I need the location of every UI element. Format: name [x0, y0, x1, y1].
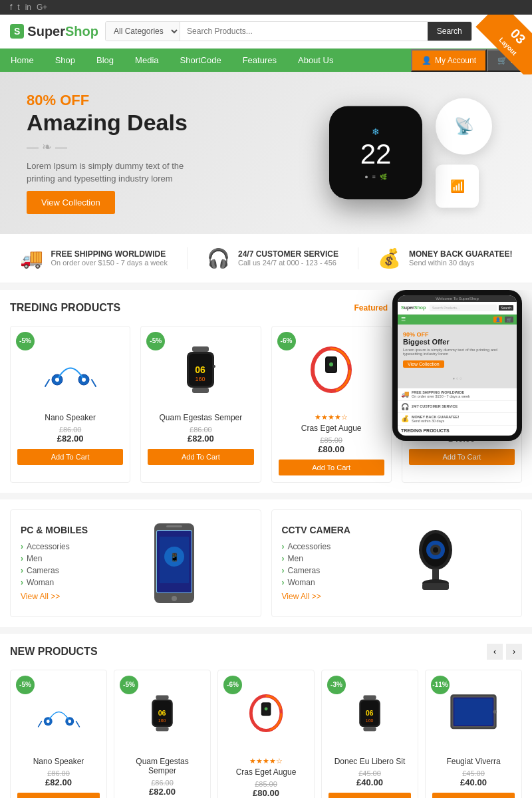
pc-item-3: Woman	[21, 577, 88, 589]
nav-home[interactable]: Home	[0, 49, 45, 72]
svg-text:06: 06	[158, 710, 166, 718]
hub-device: 📡	[436, 98, 492, 154]
pc-mobiles-info: PC & MOBILES Accessories Men Cameras Wom…	[21, 525, 88, 601]
nav-shop[interactable]: Shop	[45, 49, 86, 72]
facebook-icon[interactable]: f	[10, 3, 12, 12]
product-card-2: -6% ★★★★☆ Cras Eget Augue £85.00 £80.00 …	[271, 326, 392, 483]
pc-image: 📱	[98, 520, 250, 606]
logo: S SuperShop	[10, 24, 98, 39]
svg-rect-56	[363, 728, 376, 732]
svg-point-12	[213, 365, 215, 368]
svg-text:160: 160	[366, 718, 374, 723]
new-product-name-2: Cras Eget Augue	[225, 767, 307, 777]
new-add-to-cart-0[interactable]: Add To Cart	[17, 793, 100, 798]
svg-rect-44	[156, 696, 168, 700]
category-select[interactable]: All Categories	[106, 22, 180, 41]
service-title: 24/7 CUSTOMER SERVICE	[238, 249, 338, 259]
new-products-header: NEW PRODUCTS ‹ ›	[10, 644, 522, 660]
new-product-price-new-3: £40.00	[329, 777, 411, 787]
feature-divider-1	[187, 247, 188, 269]
account-icon: 👤	[422, 56, 432, 65]
product-badge-2: -6%	[277, 332, 296, 350]
category-pc-mobiles: PC & MOBILES Accessories Men Cameras Wom…	[10, 509, 261, 617]
add-to-cart-0[interactable]: Add To Cart	[17, 449, 123, 465]
guarantee-icon: 💰	[378, 247, 401, 269]
categories-grid: PC & MOBILES Accessories Men Cameras Wom…	[10, 509, 522, 617]
linkedin-icon[interactable]: in	[25, 3, 31, 12]
hero-section: 80% OFF Amazing Deals — ❧ — Lorem Ipsum …	[0, 72, 532, 234]
new-products-prev[interactable]: ‹	[487, 644, 503, 660]
cctv-item-1: Men	[282, 553, 350, 565]
pc-mobiles-list: Accessories Men Cameras Woman	[21, 541, 88, 589]
new-product-name-4: Feugiat Viverra	[432, 757, 515, 766]
phone-feature-money: 💰 MONEY BACK GUARATEE!Send within 30 day…	[398, 413, 517, 426]
category-cctv: CCTV CAMERA Accessories Men Cameras Woma…	[271, 509, 523, 617]
search-input[interactable]	[180, 22, 428, 41]
svg-point-3	[82, 378, 86, 382]
new-product-price-new-1: £82.00	[121, 787, 203, 797]
nav-features[interactable]: Features	[232, 49, 287, 72]
product-badge-1: -5%	[146, 332, 165, 350]
thermostat-device: ❄ 22 ●≡🌿	[329, 106, 422, 200]
pc-view-all[interactable]: View All >>	[21, 592, 88, 601]
svg-point-41	[68, 720, 71, 724]
hero-off-text: 80% OFF	[27, 92, 200, 109]
shipping-desc: On order over $150 - 7 days a week	[51, 259, 168, 267]
product-price-old-2: £85.00	[279, 436, 384, 444]
svg-line-4	[45, 380, 49, 386]
search-bar: All Categories Search	[105, 21, 472, 41]
new-product-price-new-4: £40.00	[432, 777, 515, 787]
new-product-card-2: -6% ★★★★☆ Cras Eget Augue £85.00 £80.00 …	[217, 670, 315, 798]
new-add-to-cart-3[interactable]: Add To Cart	[329, 793, 411, 798]
new-products-next[interactable]: ›	[506, 644, 522, 660]
search-button[interactable]: Search	[428, 22, 471, 41]
nav-shortcode[interactable]: ShortCode	[170, 49, 232, 72]
feature-service: 🎧 24/7 CUSTOMER SERVICE Call us 24/7 at …	[207, 247, 338, 269]
google-plus-icon[interactable]: G+	[37, 3, 47, 12]
new-product-name-3: Donec Eu Libero Sit	[329, 757, 411, 766]
new-product-price-old-3: £45.00	[329, 769, 411, 777]
pc-item-0: Accessories	[21, 541, 88, 553]
cctv-image	[360, 520, 511, 606]
new-product-stars-2: ★★★★☆	[225, 757, 307, 765]
phone-hero-btn[interactable]: View Collection	[403, 360, 444, 368]
new-add-to-cart-4[interactable]: Add To Cart	[432, 793, 515, 798]
guarantee-title: MONEY BACK GUARATEE!	[409, 249, 513, 259]
pc-item-1: Men	[21, 553, 88, 565]
new-product-price-old-0: £86.00	[17, 769, 100, 777]
nav-about[interactable]: About Us	[287, 49, 344, 72]
hero-title: Amazing Deals	[27, 109, 200, 136]
phone-nav: ☰ 👤 🛒	[398, 315, 517, 325]
badge-number: 03	[486, 15, 532, 68]
nav-media[interactable]: Media	[124, 49, 169, 72]
earphones-svg	[44, 343, 97, 396]
product-card-0: -5% Nano Speaker £86.00 £82.00 Add To Ca…	[10, 326, 130, 483]
svg-text:06: 06	[196, 364, 206, 375]
twitter-icon[interactable]: t	[17, 3, 19, 12]
tablet-svg	[447, 692, 500, 735]
tab-featured[interactable]: Featured	[354, 303, 388, 313]
watch-svg: 06 160	[179, 343, 222, 396]
svg-text:160: 160	[158, 718, 166, 723]
cctv-item-3: Woman	[282, 577, 350, 589]
svg-point-17	[329, 362, 333, 366]
product-name-2: Cras Eget Augue	[279, 424, 384, 433]
add-to-cart-3[interactable]: Add To Cart	[409, 449, 515, 465]
add-to-cart-1[interactable]: Add To Cart	[148, 449, 253, 465]
cctv-view-all[interactable]: View All >>	[282, 592, 350, 601]
nav-blog[interactable]: Blog	[86, 49, 124, 72]
product-card-1: -5% 06 160 Quam Egestas Semper £86.00 £8…	[140, 326, 261, 483]
service-icon: 🎧	[207, 247, 230, 269]
guarantee-desc: Send within 30 days	[409, 259, 513, 267]
feature-divider-2	[358, 247, 358, 269]
view-collection-button[interactable]: View Collection	[27, 191, 115, 214]
product-name-1: Quam Egestas Semper	[148, 413, 253, 422]
phone-search-box: Search Products...	[430, 305, 497, 311]
new-product-badge-0: -5%	[16, 676, 35, 694]
product-price-new-1: £82.00	[148, 434, 253, 444]
phone-topbar: Welcome To SuperShop	[398, 295, 517, 302]
svg-line-5	[92, 380, 96, 386]
add-to-cart-2[interactable]: Add To Cart	[279, 460, 384, 475]
mobile-phone-svg: 📱	[148, 520, 201, 606]
new-watch-svg: 06 160	[146, 692, 179, 735]
